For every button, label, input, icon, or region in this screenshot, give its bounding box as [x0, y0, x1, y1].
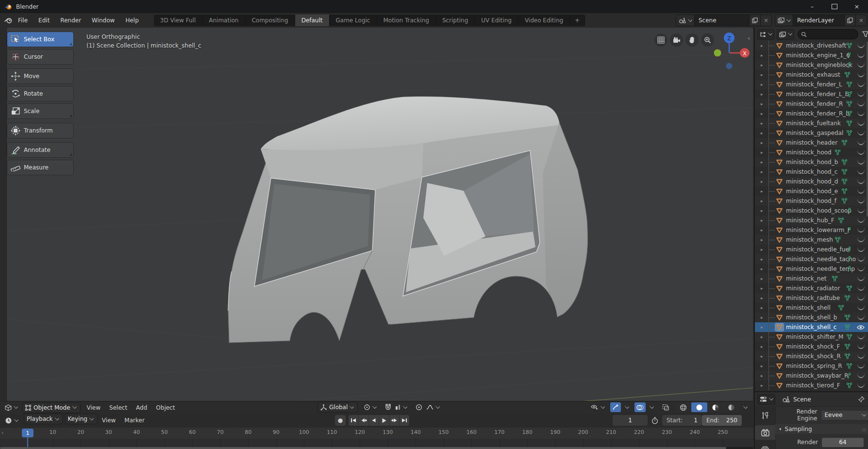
expand-arrow-icon[interactable]: ▸ — [761, 342, 763, 351]
expand-arrow-icon[interactable]: ▸ — [761, 99, 763, 109]
overlays-dropdown[interactable] — [646, 402, 655, 412]
visibility-eye-closed-icon[interactable] — [856, 99, 866, 109]
expand-arrow-icon[interactable]: ▸ — [761, 225, 763, 235]
outliner-row[interactable]: ▸ministock_exhaust — [755, 70, 868, 80]
outliner-row[interactable]: ▸ministock_fender_L — [755, 80, 868, 89]
expand-arrow-icon[interactable]: ▸ — [761, 332, 763, 342]
visibility-eye-closed-icon[interactable] — [856, 332, 866, 342]
outliner-row[interactable]: ▸ministock_spring_R — [755, 361, 868, 371]
expand-arrow-icon[interactable]: ▸ — [761, 186, 763, 196]
outliner-row[interactable]: ▸ministock_needle_fuel — [755, 245, 868, 254]
gizmos-toggle-button[interactable] — [610, 402, 621, 412]
outliner-row[interactable]: ▸ministock_hood_f — [755, 196, 868, 206]
visibility-eye-closed-icon[interactable] — [856, 313, 866, 322]
pivot-point-dropdown[interactable] — [362, 402, 378, 412]
expand-arrow-icon[interactable]: ▸ — [761, 206, 763, 216]
expand-arrow-icon[interactable]: ▸ — [761, 80, 763, 89]
outliner-row[interactable]: ▸ministock_fender_R_b — [755, 109, 868, 118]
expand-arrow-icon[interactable]: ▸ — [761, 109, 763, 118]
tool-rotate[interactable]: Rotate — [7, 86, 73, 101]
falloff-dropdown[interactable] — [424, 402, 441, 412]
workspace-tab-compositing[interactable]: Compositing — [245, 15, 295, 26]
timeline-editor-type-button[interactable] — [3, 416, 20, 426]
visibility-eye-closed-icon[interactable] — [856, 342, 866, 351]
orientation-dropdown[interactable]: Global — [317, 402, 358, 413]
workspace-tab-game-logic[interactable]: Game Logic — [330, 15, 377, 26]
outliner-row[interactable]: ▸ministock_hood — [755, 148, 868, 157]
add-workspace-button[interactable]: + — [570, 15, 585, 26]
timeline-scrollbar[interactable] — [0, 447, 753, 449]
visibility-eye-open-icon[interactable] — [856, 322, 866, 332]
tool-select-box[interactable]: Select Box — [7, 32, 73, 47]
viewport-menu-add[interactable]: Add — [132, 404, 151, 411]
outliner-row[interactable]: ▸ministock_hood_d — [755, 177, 868, 186]
expand-arrow-icon[interactable]: ▸ — [761, 235, 763, 245]
timeline-menu-keying[interactable]: Keying — [65, 414, 98, 424]
expand-arrow-icon[interactable]: ▸ — [761, 245, 763, 254]
outliner-row[interactable]: ▸ministock_header — [755, 138, 868, 148]
playhead[interactable]: 1 — [22, 429, 33, 437]
filter-funnel-icon[interactable] — [862, 31, 868, 37]
camera-view-button[interactable] — [670, 33, 683, 47]
expand-arrow-icon[interactable]: ▸ — [761, 313, 763, 322]
visibility-eye-closed-icon[interactable] — [856, 264, 866, 274]
visibility-eye-closed-icon[interactable] — [856, 186, 866, 196]
playhead-line[interactable] — [27, 437, 28, 447]
outliner-row[interactable]: ▸ministock_shell — [755, 303, 868, 313]
gizmos-dropdown[interactable] — [621, 402, 631, 412]
visibility-eye-closed-icon[interactable] — [856, 254, 866, 264]
outliner-row[interactable]: ▸ministock_driveshaft — [755, 41, 868, 50]
expand-arrow-icon[interactable]: ▸ — [761, 89, 763, 99]
expand-arrow-icon[interactable]: ▸ — [761, 264, 763, 274]
shading-wireframe-button[interactable] — [675, 402, 691, 412]
menu-file[interactable]: File — [13, 13, 33, 28]
tab-render[interactable] — [755, 425, 775, 440]
outliner-row[interactable]: ▸ministock_radtube — [755, 293, 868, 303]
outliner-row[interactable]: ▸ministock_shell_c — [755, 322, 868, 332]
expand-arrow-icon[interactable]: ▸ — [761, 128, 763, 138]
menu-window[interactable]: Window — [86, 13, 120, 28]
visibility-dropdown[interactable] — [589, 402, 606, 412]
snap-settings-dropdown[interactable] — [393, 402, 409, 412]
tool-transform[interactable]: Transform — [7, 123, 73, 138]
tool-move[interactable]: Move — [7, 69, 73, 83]
shading-dropdown[interactable] — [739, 402, 749, 412]
frame-start-field[interactable]: Start: 1 — [662, 415, 702, 426]
scene-name[interactable]: Scene — [695, 15, 749, 26]
unlink-render-layer-button[interactable]: × — [855, 15, 867, 26]
timeline-menu-playback[interactable]: Playback — [24, 414, 63, 424]
expand-arrow-icon[interactable]: ▸ — [761, 254, 763, 264]
expand-arrow-icon[interactable]: ▸ — [761, 371, 763, 381]
drag-grip-icon[interactable]: :::: — [862, 427, 866, 432]
outliner-row[interactable]: ▸ministock_fueltank — [755, 118, 868, 128]
viewport-canvas[interactable] — [0, 28, 753, 414]
overlays-toggle-button[interactable] — [634, 402, 646, 412]
shading-solid-button[interactable] — [691, 402, 707, 412]
visibility-eye-closed-icon[interactable] — [856, 216, 866, 225]
workspace-tab-3d-view-full[interactable]: 3D View Full — [154, 15, 203, 26]
blender-menu-icon[interactable] — [4, 17, 13, 24]
visibility-eye-closed-icon[interactable] — [856, 245, 866, 254]
expand-arrow-icon[interactable]: ▸ — [761, 50, 763, 60]
outliner-row[interactable]: ▸ministock_shock_R — [755, 351, 868, 361]
expand-arrow-icon[interactable]: ▸ — [761, 322, 763, 332]
outliner-row[interactable]: ▸ministock_hood_c — [755, 167, 868, 177]
expand-arrow-icon[interactable]: ▸ — [761, 177, 763, 186]
prev-frame-button[interactable] — [369, 415, 379, 426]
outliner-row[interactable]: ▸ministock_hood_e — [755, 186, 868, 196]
visibility-eye-closed-icon[interactable] — [856, 371, 866, 381]
expand-arrow-icon[interactable]: ▸ — [761, 167, 763, 177]
expand-arrow-icon[interactable]: ▸ — [761, 361, 763, 371]
pan-view-button[interactable] — [685, 33, 699, 47]
timeline-menu-view[interactable]: View — [98, 414, 120, 428]
menu-render[interactable]: Render — [55, 13, 86, 28]
gizmo-minus-z-axis[interactable] — [726, 63, 733, 69]
browse-render-layer-button[interactable] — [775, 15, 793, 26]
visibility-eye-closed-icon[interactable] — [856, 41, 866, 50]
menu-help[interactable]: Help — [120, 13, 144, 28]
3d-viewport[interactable]: User Orthographic (1) Scene Collection |… — [0, 28, 753, 414]
tool-measure[interactable]: Measure — [7, 160, 73, 175]
visibility-eye-closed-icon[interactable] — [856, 89, 866, 99]
expand-arrow-icon[interactable]: ▸ — [761, 196, 763, 206]
editor-type-button[interactable] — [3, 403, 19, 413]
